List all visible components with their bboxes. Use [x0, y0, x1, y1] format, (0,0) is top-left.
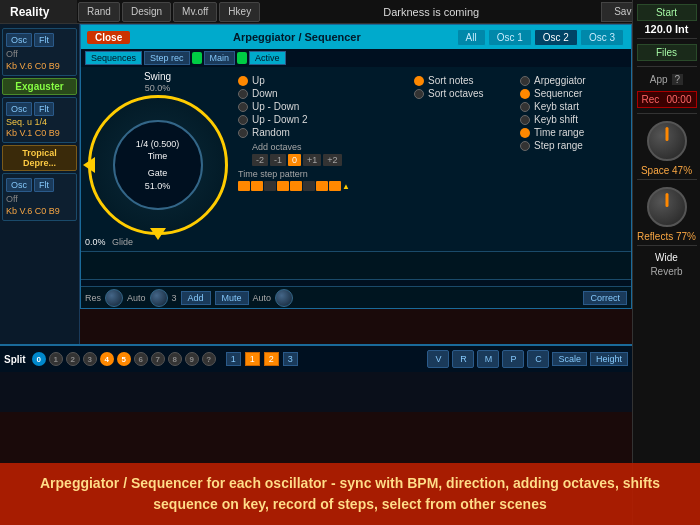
osc1-btn[interactable]: Osc	[6, 33, 32, 47]
left-sidebar: Osc Flt Off Kb V.6 C0 B9 Exgauster Osc F…	[0, 24, 80, 344]
opt-random: Random	[238, 127, 404, 138]
bc-knob3[interactable]	[275, 289, 293, 307]
right-opts: Arpeggiator Sequencer Keyb start Keyb sh…	[518, 71, 627, 247]
triangle-left	[83, 157, 95, 173]
oct-plus2[interactable]: +2	[323, 154, 341, 166]
rand-button[interactable]: Rand	[78, 2, 120, 22]
split-p[interactable]: P	[502, 350, 524, 368]
ts7[interactable]	[316, 181, 328, 191]
circle-container[interactable]: 1/4 (0.500) Time Gate 51.0%	[88, 95, 228, 235]
height-btn[interactable]: Height	[590, 352, 628, 366]
split-dot-8[interactable]: 8	[168, 352, 182, 366]
flt1-btn[interactable]: Flt	[34, 33, 54, 47]
triangle-bottom	[150, 228, 166, 240]
split-c[interactable]: C	[527, 350, 549, 368]
ts4[interactable]	[277, 181, 289, 191]
ro-step-range: Step range	[520, 140, 625, 151]
bc-knob1[interactable]	[105, 289, 123, 307]
sort-area: Sort notes Sort octaves	[412, 71, 512, 247]
step-row	[81, 251, 631, 279]
split-dot-2[interactable]: 2	[66, 352, 80, 366]
time-step-row: ▲	[238, 181, 404, 191]
ro-keyb-start: Keyb start	[520, 101, 625, 112]
main-btn[interactable]: Main	[204, 51, 236, 65]
circle-outer[interactable]: 1/4 (0.500) Time Gate 51.0%	[88, 95, 228, 235]
oct-plus1[interactable]: +1	[303, 154, 321, 166]
split-right: V R M P C Scale Height	[427, 350, 628, 368]
kb3-label: Kb V.6 C0 B9	[6, 205, 73, 217]
step-rec-btn[interactable]: Step rec	[144, 51, 190, 65]
oct-minus2[interactable]: -2	[252, 154, 268, 166]
divider-3	[637, 113, 697, 114]
seq-btn-row: Sequences Step rec Main Active	[81, 49, 631, 67]
help-label[interactable]: ?	[672, 74, 684, 85]
split-page-3[interactable]: 3	[283, 352, 298, 366]
ts5[interactable]	[290, 181, 302, 191]
files-button[interactable]: Files	[637, 44, 697, 61]
space-knob[interactable]	[647, 121, 687, 161]
hkey-button[interactable]: Hkey	[219, 2, 260, 22]
split-page-1[interactable]: 1	[226, 352, 241, 366]
bc-mute[interactable]: Mute	[215, 291, 249, 305]
split-dot-6[interactable]: 6	[134, 352, 148, 366]
indicator-green2	[237, 52, 247, 64]
reverb-label: Reverb	[650, 266, 682, 277]
split-page-2a[interactable]: 1	[245, 352, 260, 366]
circle-inner[interactable]: 1/4 (0.500) Time Gate 51.0%	[113, 120, 203, 210]
bc-add[interactable]: Add	[181, 291, 211, 305]
reflects-knob[interactable]	[647, 187, 687, 227]
split-page-2b[interactable]: 2	[264, 352, 279, 366]
split-dot-3[interactable]: 3	[83, 352, 97, 366]
tropical-btn[interactable]: Tropical Depre...	[2, 145, 77, 171]
split-dot-q[interactable]: ?	[202, 352, 216, 366]
opt-updown2: Up - Down 2	[238, 114, 404, 125]
split-dot-9[interactable]: 9	[185, 352, 199, 366]
sequences-btn[interactable]: Sequences	[85, 51, 142, 65]
knob-row	[81, 279, 631, 286]
options-area: Up Down Up - Down Up - Down 2 Random	[236, 71, 406, 247]
ts8[interactable]	[329, 181, 341, 191]
split-dot-0[interactable]: 0	[32, 352, 46, 366]
app-label[interactable]: App	[650, 74, 668, 85]
split-dot-5[interactable]: 5	[117, 352, 131, 366]
start-right-button[interactable]: Start	[637, 4, 697, 21]
rec-button[interactable]: Rec 00:00	[637, 91, 697, 108]
flt2-btn[interactable]: Flt	[34, 102, 54, 116]
opt-updown: Up - Down	[238, 101, 404, 112]
design-button[interactable]: Design	[122, 2, 171, 22]
tab-osc1[interactable]: Osc 1	[488, 29, 532, 46]
split-r[interactable]: R	[452, 350, 474, 368]
opt-sort-notes: Sort notes	[414, 75, 510, 86]
swing-label: Swing 50.0%	[85, 71, 230, 93]
divider-4	[637, 179, 697, 180]
ts6[interactable]	[303, 181, 315, 191]
oct-zero[interactable]: 0	[288, 154, 301, 166]
dot-sort-oct	[414, 89, 424, 99]
tab-osc3[interactable]: Osc 3	[580, 29, 624, 46]
active-btn[interactable]: Active	[249, 51, 286, 65]
osc2-btn[interactable]: Osc	[6, 102, 32, 116]
exhauster-btn[interactable]: Exgauster	[2, 78, 77, 95]
split-dot-7[interactable]: 7	[151, 352, 165, 366]
dot-up	[238, 76, 248, 86]
bc-knob2[interactable]	[150, 289, 168, 307]
split-pages: 1 1 2 3	[225, 352, 299, 366]
split-v[interactable]: V	[427, 350, 449, 368]
split-m[interactable]: M	[477, 350, 499, 368]
flt3-btn[interactable]: Flt	[34, 178, 54, 192]
tab-osc2[interactable]: Osc 2	[534, 29, 578, 46]
ts2[interactable]	[251, 181, 263, 191]
divider-5	[637, 245, 697, 246]
split-dot-4[interactable]: 4	[100, 352, 114, 366]
scale-btn[interactable]: Scale	[552, 352, 587, 366]
mvoff-button[interactable]: Mv.off	[173, 2, 217, 22]
oct-minus1[interactable]: -1	[270, 154, 286, 166]
close-button[interactable]: Close	[87, 31, 130, 44]
bc-correct[interactable]: Correct	[583, 291, 627, 305]
tab-all[interactable]: All	[457, 29, 486, 46]
dot-random	[238, 128, 248, 138]
osc3-btn[interactable]: Osc	[6, 178, 32, 192]
split-dot-1[interactable]: 1	[49, 352, 63, 366]
ts1[interactable]	[238, 181, 250, 191]
ts3[interactable]	[264, 181, 276, 191]
